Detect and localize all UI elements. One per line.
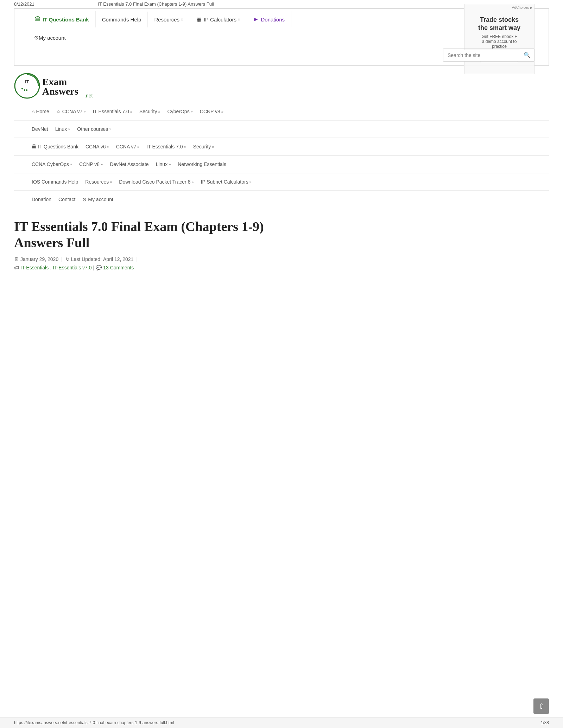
main-nav-my-account2-label: My account xyxy=(88,197,113,202)
nav-ip-calculators[interactable]: ▦ IP Calculators » xyxy=(190,11,247,28)
main-nav-linux2[interactable]: Linux » xyxy=(152,159,175,169)
account-icon2: ⊙ xyxy=(82,197,87,202)
main-navigation: ⌂ Home ☆ CCNA v7 » IT Essentials 7.0 » S… xyxy=(0,103,563,208)
nav-commands-help[interactable]: Commands Help xyxy=(96,12,148,27)
it-essentials-chevron-icon: » xyxy=(130,109,132,114)
main-nav-cyberops[interactable]: CyberOps » xyxy=(164,107,196,116)
site-logo: IT ● ●● Exam Answers .net xyxy=(14,73,113,99)
main-nav-home-label: Home xyxy=(36,109,49,114)
ip-subnet-chevron-icon: » xyxy=(249,180,252,184)
main-nav-it-questions-bank2-label: IT Questions Bank xyxy=(38,144,78,149)
main-nav-linux[interactable]: Linux » xyxy=(52,124,74,134)
download-cisco-chevron-icon: » xyxy=(191,180,194,184)
updated-date: April 12, 2021 xyxy=(103,256,133,262)
main-nav-ccnp-v8-2-label: CCNP v8 xyxy=(79,161,100,167)
main-nav-donation[interactable]: Donation xyxy=(28,194,55,204)
update-icon: ↻ xyxy=(65,256,70,262)
main-nav-row2: DevNet Linux » Other courses » xyxy=(14,120,549,138)
main-nav-ccna-v7-2[interactable]: CCNA v7 » xyxy=(113,142,143,152)
main-nav-security[interactable]: Security » xyxy=(136,107,164,116)
ccna-v6-chevron-icon: » xyxy=(107,145,109,149)
site-logo-link[interactable]: IT ● ●● Exam Answers .net xyxy=(14,73,113,99)
header-wrapper: 🏛 IT Questions Bank Commands Help Resour… xyxy=(14,8,549,66)
comments-link[interactable]: 13 Comments xyxy=(103,265,134,270)
nav-resources[interactable]: Resources » xyxy=(148,12,190,27)
main-nav-ccna-v7-2-label: CCNA v7 xyxy=(116,144,137,149)
main-nav-other-courses-label: Other courses xyxy=(77,126,108,132)
header-nav-row1: 🏛 IT Questions Bank Commands Help Resour… xyxy=(14,8,549,30)
main-nav-it-essentials-2[interactable]: IT Essentials 7.0 » xyxy=(143,142,189,152)
bottom-bar: https://itexamsanswers.net/it-essentials… xyxy=(0,717,563,728)
donation-icon: ► xyxy=(253,16,259,23)
main-nav-networking-essentials[interactable]: Networking Essentials xyxy=(174,159,230,169)
bottom-page-indicator: 1/38 xyxy=(541,720,549,725)
search-button[interactable]: 🔍 xyxy=(520,49,534,61)
tag-it-essentials[interactable]: IT-Essentials xyxy=(20,265,49,270)
main-nav-resources2[interactable]: Resources » xyxy=(82,177,115,187)
main-nav-security2[interactable]: Security » xyxy=(190,142,218,152)
main-nav-ccna-cyberops[interactable]: CCNA CyberOps » xyxy=(28,159,76,169)
security2-chevron-icon: » xyxy=(212,145,214,149)
post-meta: 🗓 January 29, 2020 | ↻ Last Updated: Apr… xyxy=(14,256,303,262)
back-to-top-button[interactable]: ⇧ xyxy=(533,698,549,714)
meta-separator1: | xyxy=(61,256,63,262)
ip-calc-chevron-icon: » xyxy=(238,17,240,22)
main-nav-ip-subnet-label: IP Subnet Calculators xyxy=(201,179,248,185)
main-nav-ios-commands[interactable]: IOS Commands Help xyxy=(28,177,82,187)
search-input-wrapper: 🔍 xyxy=(443,49,534,62)
search-input[interactable] xyxy=(443,50,520,61)
main-nav-donation-label: Donation xyxy=(32,197,51,202)
post-tags: 🏷 IT-Essentials , IT-Essentials v7.0 | 💬… xyxy=(14,265,303,270)
resources2-chevron-icon: » xyxy=(110,180,112,184)
security-chevron-icon: » xyxy=(158,109,160,114)
main-nav-devnet[interactable]: DevNet xyxy=(28,124,52,134)
home-icon: ⌂ xyxy=(32,109,34,114)
main-nav-ios-commands-label: IOS Commands Help xyxy=(32,179,78,185)
svg-point-0 xyxy=(15,74,39,98)
main-nav-ip-subnet[interactable]: IP Subnet Calculators » xyxy=(197,177,255,187)
nav-label-my-account: My account xyxy=(39,35,66,41)
svg-text:●●: ●● xyxy=(24,88,28,92)
main-nav-download-cisco[interactable]: Download Cisco Packet Tracer 8 » xyxy=(115,177,197,187)
main-nav-it-questions-bank2[interactable]: 🏛 IT Questions Bank xyxy=(28,142,82,152)
updated-label: Last Updated: xyxy=(71,256,102,262)
nav-label-ip-calculators: IP Calculators xyxy=(204,17,236,23)
nav-label-it-questions-bank: IT Questions Bank xyxy=(43,17,89,23)
svg-text:IT: IT xyxy=(25,79,29,84)
other-courses-chevron-icon: » xyxy=(109,127,111,131)
main-nav-ccnp-v8-label: CCNP v8 xyxy=(200,109,220,114)
main-nav-security2-label: Security xyxy=(193,144,211,149)
main-nav-ccnp-v8[interactable]: CCNP v8 » xyxy=(196,107,227,116)
it-essentials-2-chevron-icon: » xyxy=(184,145,186,149)
main-nav-row4: CCNA CyberOps » CCNP v8 » DevNet Associa… xyxy=(14,155,549,173)
main-nav-ccnp-v8-2[interactable]: CCNP v8 » xyxy=(76,159,106,169)
main-nav-contact[interactable]: Contact xyxy=(55,194,79,204)
main-nav-security-label: Security xyxy=(139,109,157,114)
main-nav-download-cisco-label: Download Cisco Packet Tracer 8 xyxy=(119,179,190,185)
ccna-v7-chevron-icon: » xyxy=(83,109,86,114)
main-nav-home[interactable]: ⌂ Home xyxy=(28,107,53,116)
main-nav-devnet-associate-label: DevNet Associate xyxy=(110,161,149,167)
main-nav-my-account2[interactable]: ⊙ My account xyxy=(79,194,117,204)
main-nav-row3: 🏛 IT Questions Bank CCNA v6 » CCNA v7 » … xyxy=(14,138,549,155)
ccna-cyberops-chevron-icon: » xyxy=(70,162,72,166)
main-nav-other-courses[interactable]: Other courses » xyxy=(74,124,115,134)
nav-my-account[interactable]: ⊙ My account xyxy=(29,30,71,45)
main-nav-resources2-label: Resources xyxy=(85,179,109,185)
nav-label-donations: Donations xyxy=(261,17,285,23)
nav-donations[interactable]: ► Donations xyxy=(247,11,291,27)
main-nav-ccna-cyberops-label: CCNA CyberOps xyxy=(32,161,69,167)
main-nav-ccna-v7[interactable]: ☆ CCNA v7 » xyxy=(53,107,89,116)
account-icon: ⊙ xyxy=(34,34,39,41)
tag-it-essentials-v7[interactable]: IT-Essentials v7.0 xyxy=(53,265,92,270)
ad-choices-label: AdChoices ▶ xyxy=(512,6,533,9)
content-spacer xyxy=(14,270,303,376)
svg-text:.net: .net xyxy=(84,93,93,98)
main-nav-it-essentials[interactable]: IT Essentials 7.0 » xyxy=(89,107,136,116)
main-nav-devnet-associate[interactable]: DevNet Associate xyxy=(106,159,152,169)
nav-label-commands-help: Commands Help xyxy=(102,17,141,23)
nav-it-questions-bank[interactable]: 🏛 IT Questions Bank xyxy=(29,11,96,27)
svg-text:Answers: Answers xyxy=(42,86,78,97)
calculator-icon: ▦ xyxy=(196,16,202,23)
main-nav-ccna-v6[interactable]: CCNA v6 » xyxy=(82,142,113,152)
